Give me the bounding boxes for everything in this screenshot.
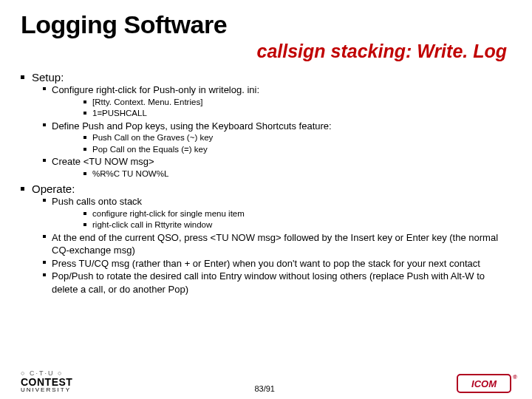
bullet-icon — [43, 123, 46, 126]
bullet-icon — [83, 212, 86, 215]
ctu-logo: ○ C·T·U ○ CONTEST UNIVERSITY — [21, 370, 72, 393]
icom-logo-text: ICOM — [471, 378, 497, 389]
section-heading: Operate: — [32, 183, 75, 195]
bullet-text: 1=PUSHCALL — [92, 108, 147, 120]
bullet-text: Pop Call on the Equals (=) key — [92, 144, 208, 156]
content-outline: Setup: Configure right-click for Push-on… — [21, 71, 511, 296]
bullet-icon — [43, 235, 46, 238]
bullet-icon — [43, 159, 46, 162]
slide-title: Logging Software — [21, 10, 511, 39]
slide-footer: ○ C·T·U ○ CONTEST UNIVERSITY 83/91 ICOM … — [0, 370, 532, 393]
bullet-icon — [21, 187, 24, 191]
bullet-text: Press TU/CQ msg (rather than + or Enter)… — [52, 257, 480, 270]
bullet-text: Pop/Push to rotate the desired call into… — [52, 270, 511, 296]
ctu-logo-sub: UNIVERSITY — [21, 387, 72, 393]
icom-logo: ICOM ® — [457, 374, 511, 393]
bullet-text: Push Call on the Graves (~) key — [92, 132, 213, 144]
bullet-icon — [83, 136, 86, 139]
bullet-text: configure right-click for single menu it… — [92, 208, 245, 220]
bullet-icon — [83, 172, 86, 175]
bullet-icon — [83, 112, 86, 115]
section-heading: Setup: — [32, 71, 64, 83]
registered-icon: ® — [513, 374, 517, 381]
bullet-text: Define Push and Pop keys, using the Keyb… — [52, 120, 332, 133]
bullet-icon — [83, 223, 86, 226]
bullet-text: %R%C TU NOW%L — [92, 168, 168, 180]
bullet-icon — [21, 75, 24, 79]
bullet-icon — [43, 199, 46, 202]
ctu-logo-main: CONTEST — [21, 377, 72, 387]
slide-subtitle: callsign stacking: Write. Log — [21, 41, 507, 62]
page-number: 83/91 — [72, 384, 457, 393]
bullet-text: [Rtty. Context. Menu. Entries] — [92, 97, 202, 109]
bullet-text: Push calls onto stack — [52, 195, 142, 208]
bullet-icon — [43, 261, 46, 264]
bullet-icon — [83, 100, 86, 103]
bullet-icon — [43, 87, 46, 90]
bullet-icon — [83, 148, 86, 151]
bullet-text: At the end of the current QSO, press <TU… — [52, 231, 511, 257]
bullet-text: Create <TU NOW msg> — [52, 155, 154, 168]
bullet-text: Configure right-click for Push-only in w… — [52, 83, 259, 97]
bullet-text: right-click call in Rttyrite window — [92, 219, 212, 231]
bullet-icon — [43, 273, 46, 276]
